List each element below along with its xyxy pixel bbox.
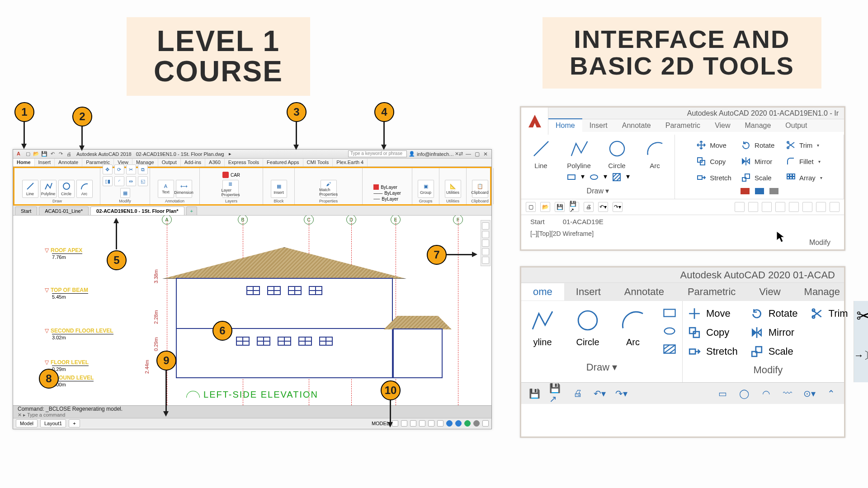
q-ex4[interactable]: 〰 [781, 387, 794, 400]
layer-current[interactable]: CAR [231, 173, 240, 178]
c1-tab-output[interactable]: Output [778, 119, 814, 132]
mod-ico-3[interactable] [762, 202, 772, 212]
mirror-tool[interactable]: ▯▮ [103, 176, 113, 186]
new-icon[interactable]: ▢ [25, 151, 31, 157]
save-icon[interactable]: 💾 [41, 151, 47, 157]
layer-color-swatch[interactable] [222, 172, 229, 178]
saveas-icon[interactable]: 💾↗ [569, 202, 579, 212]
rect-icon-2[interactable] [662, 307, 677, 319]
q-redo[interactable]: ↷▾ [614, 387, 628, 400]
c1-doc[interactable]: 01-ACAD19E [563, 218, 604, 225]
copy-tool[interactable]: ⧉ [138, 164, 148, 174]
print-icon-2[interactable]: 🖨 [584, 202, 594, 212]
nav-home-icon[interactable] [482, 222, 489, 230]
undo-icon[interactable]: ↶ [49, 151, 56, 157]
hatch-icon[interactable] [612, 172, 622, 182]
text-tool[interactable]: AText [158, 180, 174, 198]
drawing-canvas[interactable]: A B C D E F ▽ROOF APEX7.76m ▽TOP OF BEAM… [13, 216, 491, 405]
trim-tool[interactable]: ✂ [126, 164, 136, 174]
ellipse-icon[interactable] [589, 172, 599, 182]
insert-block[interactable]: ▦Insert [271, 180, 287, 198]
c1-tab-parametric[interactable]: Parametric [658, 119, 708, 132]
c1-circle[interactable]: Circle [604, 138, 630, 169]
c1-tab-view[interactable]: View [708, 119, 737, 132]
clipboard-tool[interactable]: 📋Clipboard [472, 180, 488, 198]
scale-tool[interactable]: ◱ [138, 176, 148, 186]
rect-icon[interactable] [566, 172, 576, 182]
command-line[interactable]: Command: _BCLOSE Regenerating model. ✕ ▸… [13, 405, 491, 418]
layer-properties[interactable]: ≣Layer Properties [222, 180, 239, 198]
tab-express[interactable]: Express Tools [225, 159, 263, 166]
exchange-icon[interactable]: ✕⇄ [456, 151, 462, 157]
c1-mirror[interactable]: Mirror [741, 155, 778, 168]
c2-scale[interactable]: Scale [750, 345, 798, 358]
tab-annotate[interactable]: Annotate [55, 159, 82, 166]
tab-home[interactable]: Home [13, 159, 35, 166]
trim-flyout[interactable]: ✂ →〕 [854, 301, 868, 382]
c2-tab-home[interactable]: ome [521, 283, 564, 300]
color-grey-icon[interactable] [769, 188, 778, 194]
view-navbar[interactable] [481, 220, 491, 266]
rotate-tool[interactable]: ⟳ [114, 164, 124, 174]
line-tool[interactable]: Line [22, 180, 38, 198]
c1-array[interactable]: Array▾ [786, 171, 822, 184]
status-icon-1[interactable] [446, 420, 453, 427]
open-icon[interactable]: 📂 [33, 151, 39, 157]
c2-copy[interactable]: Copy [688, 326, 738, 339]
match-properties[interactable]: 🖌Match Properties [321, 180, 337, 198]
q-print[interactable]: 🖨 [571, 387, 585, 400]
layout-add[interactable]: + [69, 419, 80, 427]
close-icon[interactable]: ✕ [483, 151, 488, 157]
status-menu-icon[interactable] [482, 420, 489, 427]
print-icon[interactable]: 🖨 [66, 151, 72, 157]
c2-tab-manage[interactable]: Manage [793, 283, 852, 300]
c1-viewmode[interactable]: [–][Top][2D Wireframe] [521, 228, 844, 239]
mod-ico-5[interactable] [789, 202, 799, 212]
c2-arc[interactable]: Arc [617, 307, 649, 355]
polar-icon[interactable] [410, 420, 416, 427]
c1-arc[interactable]: Arc [642, 138, 668, 169]
app-icon[interactable]: A [17, 151, 23, 157]
c1-tab-home[interactable]: Home [548, 118, 582, 132]
c2-stretch[interactable]: Stretch [688, 345, 738, 358]
arc-tool[interactable]: Arc [76, 180, 93, 198]
nav-zoom-icon[interactable] [482, 257, 489, 264]
c1-line[interactable]: Line [528, 138, 554, 169]
group-tool[interactable]: ▣Group [418, 180, 434, 198]
search-input[interactable]: Type a keyword or phrase [348, 150, 407, 157]
tab-plex[interactable]: Plex.Earth 4 [333, 159, 368, 166]
c2-mirror[interactable]: Mirror [750, 326, 798, 339]
c2-tab-insert[interactable]: Insert [564, 283, 613, 300]
c1-scale[interactable]: Scale [741, 171, 778, 184]
mod-ico-4[interactable] [775, 202, 785, 212]
new-icon-2[interactable]: ▢ [526, 202, 536, 212]
mod-ico-2[interactable] [748, 202, 758, 212]
tab-output[interactable]: Output [158, 159, 181, 166]
tab-cmi[interactable]: CMI Tools [303, 159, 333, 166]
tab-a360[interactable]: A360 [205, 159, 225, 166]
c1-start[interactable]: Start [530, 218, 545, 225]
array-tool[interactable]: ▦ [120, 188, 130, 198]
q-save[interactable]: 💾 [528, 387, 541, 400]
c1-move[interactable]: Move [696, 138, 733, 152]
mod-ico-6[interactable] [802, 202, 812, 212]
q-saveas[interactable]: 💾↗ [549, 387, 563, 400]
status-icon-3[interactable] [464, 420, 471, 427]
status-icon-4[interactable] [473, 420, 480, 427]
color-blue-icon[interactable] [755, 188, 764, 194]
nav-pan-icon[interactable] [482, 239, 489, 247]
nav-cube-icon[interactable] [482, 231, 489, 238]
layout-model[interactable]: Model [16, 419, 38, 427]
tab-file-2[interactable]: 02-ACAD19EN1.0 - 1St. Floor Plan* [90, 206, 184, 215]
c1-polyline[interactable]: Polyline [566, 138, 592, 169]
tab-file-1[interactable]: ACAD1-01_Line* [39, 206, 89, 215]
color-red-icon[interactable] [741, 188, 750, 194]
app-menu-button[interactable] [521, 108, 548, 135]
signin-label[interactable]: info@infratech… [417, 151, 454, 157]
c1-rotate[interactable]: Rotate [741, 138, 778, 152]
min-icon[interactable]: — [466, 151, 471, 157]
ellipse-icon-2[interactable] [662, 325, 677, 337]
c1-modify-label[interactable]: Modify [809, 239, 830, 247]
undo-icon-2[interactable]: ↶▾ [598, 202, 608, 212]
move-tool[interactable]: ✥ [103, 164, 113, 174]
